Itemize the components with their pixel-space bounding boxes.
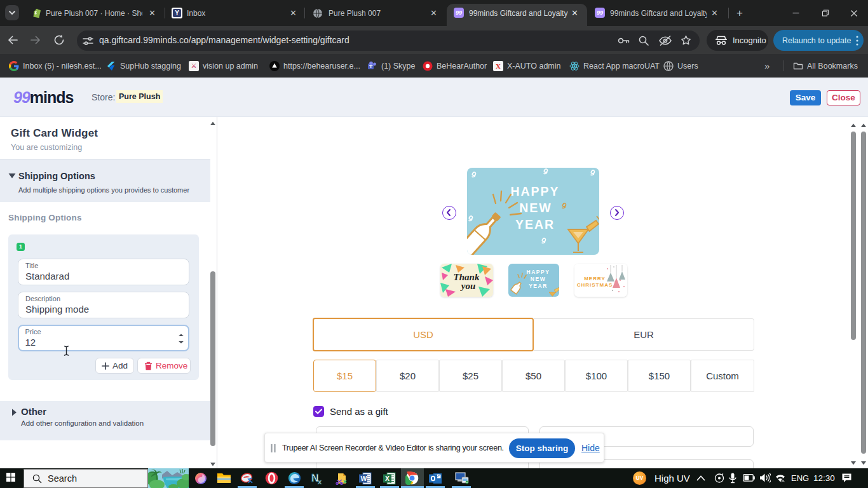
svg-text:HAPPY: HAPPY [510,184,559,198]
svg-text:HAPPY: HAPPY [527,269,550,275]
svg-text:W: W [360,475,367,482]
svg-text:X: X [385,475,390,482]
svg-text:CHRISTMAS: CHRISTMAS [577,282,613,288]
svg-text:MERRY: MERRY [584,276,606,281]
svg-text:YEAR: YEAR [515,217,555,231]
svg-text:NEW: NEW [519,201,552,215]
svg-text:you: you [460,281,476,291]
svg-text:x: x [318,478,322,485]
svg-text:YEAR: YEAR [529,283,548,289]
svg-text:NEW: NEW [531,276,546,282]
